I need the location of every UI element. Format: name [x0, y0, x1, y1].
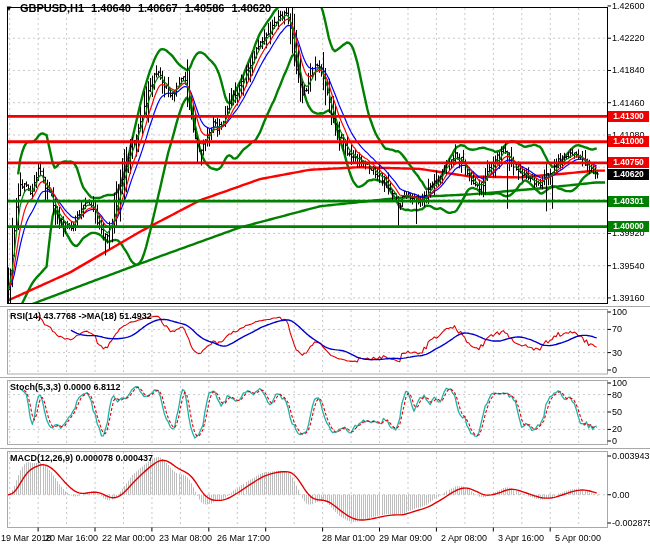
macd-axis-label: 0.003943 [612, 451, 650, 461]
rsi-axis-label: 100 [612, 307, 627, 317]
ohlc-close-value: 1.40620 [231, 2, 271, 14]
price-level-marker-support: 1.40301 [608, 196, 649, 207]
time-axis-label: 19 Mar 2018 [1, 533, 52, 543]
price-axis-label: 1.39540 [612, 261, 645, 271]
macd-indicator-label: MACD(12,26,9) 0.000078 0.000437 [10, 453, 153, 463]
macd-axis-label: 0.00 [612, 490, 630, 500]
ohlc-low-value: 1.40586 [185, 2, 225, 14]
price-level-marker-current: 1.40620 [608, 169, 649, 180]
stoch-axis-label: 100 [612, 378, 627, 388]
macd-axis-label: -0.002875 [612, 518, 650, 528]
stoch-axis-label: 80 [612, 390, 622, 400]
stoch-axis-label: 0 [612, 436, 617, 446]
time-axis-label: 29 Mar 09:00 [379, 533, 432, 543]
ohlc-open-value: 1.40640 [91, 2, 131, 14]
price-axis-label: 1.41840 [612, 65, 645, 75]
time-axis-label: 28 Mar 01:00 [322, 533, 375, 543]
price-level-marker-resistance: 1.41300 [608, 111, 649, 122]
price-level-marker-resistance: 1.40750 [608, 157, 649, 168]
price-axis-label: 1.39160 [612, 293, 645, 303]
time-axis-label: 26 Mar 17:00 [217, 533, 270, 543]
stoch-indicator-label: Stoch(5,3,3) 0.0000 6.8112 [10, 382, 121, 392]
rsi-axis-label: 0 [612, 365, 617, 375]
stoch-axis-label: 20 [612, 424, 622, 434]
time-axis-label: 22 Mar 00:00 [102, 533, 155, 543]
chart-title: ▼ GBPUSD,H1 1.40640 1.40667 1.40586 1.40… [5, 2, 271, 14]
ohlc-high-value: 1.40667 [138, 2, 178, 14]
time-axis-label: 2 Apr 08:00 [441, 533, 487, 543]
rsi-axis-label: 30 [612, 348, 622, 358]
price-axis-label: 1.41460 [612, 98, 645, 108]
price-axis-label: 1.42600 [612, 1, 645, 11]
symbol-timeframe-label: GBPUSD,H1 [20, 2, 84, 14]
rsi-indicator-label: RSI(14) 43.7768 ->MA(18) 51.4932 [10, 311, 152, 321]
chart-canvas[interactable] [0, 0, 650, 550]
time-axis-label: 23 Mar 08:00 [159, 533, 212, 543]
symbol-dropdown-icon[interactable]: ▼ [5, 4, 13, 13]
price-axis-label: 1.42220 [612, 33, 645, 43]
rsi-axis-label: 70 [612, 324, 622, 334]
time-axis-label: 3 Apr 16:00 [498, 533, 544, 543]
price-level-marker-resistance: 1.41000 [608, 136, 649, 147]
trading-terminal-window: ▼ GBPUSD,H1 1.40640 1.40667 1.40586 1.40… [0, 0, 650, 550]
stoch-axis-label: 50 [612, 407, 622, 417]
time-axis-label: 5 Apr 00:00 [555, 533, 601, 543]
time-axis-label: 20 Mar 16:00 [45, 533, 98, 543]
price-level-marker-support: 1.40000 [608, 221, 649, 232]
